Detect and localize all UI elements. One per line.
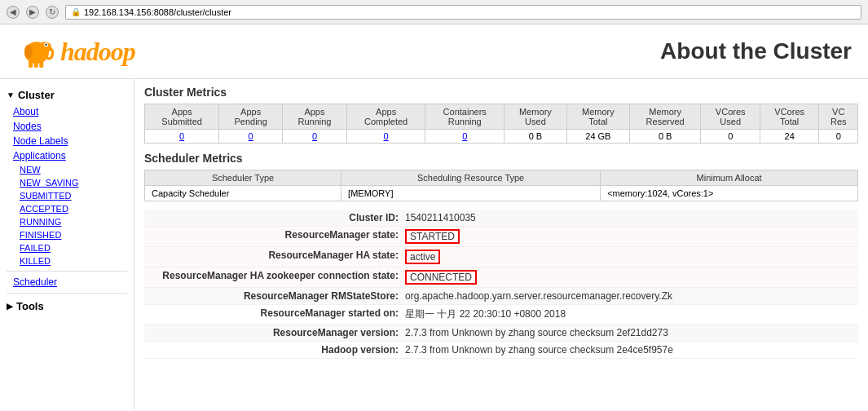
col-memory-total: MemoryTotal	[566, 104, 629, 130]
cluster-section-label: Cluster	[18, 89, 55, 101]
rm-store-label: ResourceManager RMStateStore:	[144, 290, 405, 302]
col-apps-submitted: AppsSubmitted	[145, 104, 219, 130]
cluster-info-section: Cluster ID: 1540211410035 ResourceManage…	[144, 210, 858, 359]
sidebar-item-scheduler[interactable]: Scheduler	[0, 275, 134, 289]
rm-started-value: 星期一 十月 22 20:30:10 +0800 2018	[405, 307, 566, 321]
col-apps-pending: AppsPending	[219, 104, 283, 130]
col-scheduler-type: Scheduler Type	[145, 170, 341, 186]
rm-state-label: ResourceManager state:	[144, 229, 405, 244]
col-containers-running: ContainersRunning	[425, 104, 504, 130]
sidebar-sub-accepted[interactable]: ACCEPTED	[0, 202, 134, 215]
info-row-rm-store: ResourceManager RMStateStore: org.apache…	[144, 288, 858, 305]
tools-section-header[interactable]: ▶ Tools	[0, 297, 134, 316]
page: hadoop About the Cluster ▼ Cluster About…	[0, 24, 868, 411]
refresh-button[interactable]: ↻	[46, 6, 59, 19]
content-area: Cluster Metrics AppsSubmitted AppsPendin…	[134, 79, 868, 411]
sidebar-sub-submitted[interactable]: SUBMITTED	[0, 189, 134, 202]
sidebar-item-about[interactable]: About	[0, 104, 134, 119]
svg-rect-5	[29, 61, 33, 68]
svg-point-3	[45, 43, 47, 45]
metrics-row: 0 0 0 0 0 0 B 24 GB 0 B 0 24 0	[145, 130, 858, 144]
rm-zk-label: ResourceManager HA zookeeper connection …	[144, 270, 405, 285]
cluster-arrow-icon: ▼	[7, 91, 15, 99]
hadoop-version-label: Hadoop version:	[144, 344, 405, 356]
col-memory-reserved: MemoryReserved	[629, 104, 701, 130]
sidebar-sub-failed[interactable]: FAILED	[0, 241, 134, 254]
scheduler-row: Capacity Scheduler [MEMORY] <memory:1024…	[145, 186, 858, 201]
cluster-metrics-title: Cluster Metrics	[144, 86, 858, 99]
svg-point-4	[24, 45, 33, 59]
scheduler-metrics-title: Scheduler Metrics	[144, 152, 858, 165]
sidebar-item-node-labels[interactable]: Node Labels	[0, 134, 134, 148]
val-apps-submitted[interactable]: 0	[145, 130, 219, 144]
rm-store-value: org.apache.hadoop.yarn.server.resourcema…	[405, 290, 672, 302]
rm-ha-state-label: ResourceManager HA state:	[144, 250, 405, 264]
val-vcores-total: 24	[760, 130, 818, 144]
sidebar-sub-running[interactable]: RUNNING	[0, 215, 134, 228]
scheduler-metrics-table: Scheduler Type Scheduling Resource Type …	[144, 170, 858, 201]
sidebar-item-nodes[interactable]: Nodes	[0, 119, 134, 134]
info-row-cluster-id: Cluster ID: 1540211410035	[144, 210, 858, 227]
info-row-rm-zk: ResourceManager HA zookeeper connection …	[144, 267, 858, 288]
val-vcores-used: 0	[701, 130, 760, 144]
browser-bar: ◀ ▶ ↻ 🔒 192.168.134.156:8088/cluster/clu…	[0, 0, 868, 24]
hadoop-logo: hadoop	[16, 31, 135, 72]
rm-started-label: ResourceManager started on:	[144, 307, 405, 321]
svg-rect-6	[34, 61, 38, 68]
val-containers-running[interactable]: 0	[425, 130, 504, 144]
val-scheduling-resource: [MEMORY]	[341, 186, 601, 201]
sidebar-item-applications[interactable]: Applications	[0, 148, 134, 163]
hadoop-version-value: 2.7.3 from Unknown by zhang source check…	[405, 344, 673, 356]
col-apps-completed: AppsCompleted	[346, 104, 425, 130]
val-apps-running[interactable]: 0	[283, 130, 347, 144]
tools-section-label: Tools	[16, 300, 44, 312]
col-minimum-allocat: Minimum Allocat	[601, 170, 858, 186]
col-vcores-total: VCoresTotal	[760, 104, 818, 130]
page-title: About the Cluster	[660, 38, 852, 64]
sidebar-sub-finished[interactable]: FINISHED	[0, 228, 134, 241]
val-memory-used: 0 B	[504, 130, 566, 144]
info-row-rm-ha-state: ResourceManager HA state: active	[144, 247, 858, 267]
rm-ha-state-value: active	[405, 250, 440, 264]
main-content: ▼ Cluster About Nodes Node Labels Applic…	[0, 79, 868, 411]
rm-state-value: STARTED	[405, 229, 460, 244]
cluster-metrics-table: AppsSubmitted AppsPending AppsRunning Ap…	[144, 104, 858, 144]
val-scheduler-type: Capacity Scheduler	[145, 186, 341, 201]
rm-version-value: 2.7.3 from Unknown by zhang source check…	[405, 327, 668, 338]
val-memory-reserved: 0 B	[629, 130, 701, 144]
col-memory-used: MemoryUsed	[504, 104, 566, 130]
info-row-rm-version: ResourceManager version: 2.7.3 from Unkn…	[144, 325, 858, 342]
sidebar-sub-new[interactable]: NEW	[0, 163, 134, 176]
val-apps-completed[interactable]: 0	[346, 130, 425, 144]
header: hadoop About the Cluster	[0, 24, 868, 79]
info-row-rm-started: ResourceManager started on: 星期一 十月 22 20…	[144, 305, 858, 325]
col-apps-running: AppsRunning	[283, 104, 347, 130]
cluster-section-header[interactable]: ▼ Cluster	[0, 86, 134, 104]
rm-zk-value: CONNECTED	[405, 270, 477, 285]
back-button[interactable]: ◀	[7, 6, 20, 19]
cluster-id-value: 1540211410035	[405, 212, 476, 223]
sidebar-divider-2	[7, 293, 127, 294]
rm-version-label: ResourceManager version:	[144, 327, 405, 338]
sidebar-divider	[7, 271, 127, 272]
hadoop-elephant-icon	[16, 31, 57, 72]
info-row-hadoop-version: Hadoop version: 2.7.3 from Unknown by zh…	[144, 342, 858, 359]
sidebar-sub-new-saving[interactable]: NEW_SAVING	[0, 176, 134, 189]
val-apps-pending[interactable]: 0	[219, 130, 283, 144]
forward-button[interactable]: ▶	[26, 6, 39, 19]
val-memory-total: 24 GB	[566, 130, 629, 144]
info-row-rm-state: ResourceManager state: STARTED	[144, 227, 858, 247]
sidebar-sub-killed[interactable]: KILLED	[0, 254, 134, 267]
hadoop-logo-text: hadoop	[60, 37, 135, 67]
svg-rect-7	[39, 61, 43, 68]
val-vc-res: 0	[819, 130, 858, 144]
val-minimum-allocat: <memory:1024, vCores:1>	[601, 186, 858, 201]
col-vcores-used: VCoresUsed	[701, 104, 760, 130]
col-vc-res: VCRes	[819, 104, 858, 130]
tools-arrow-icon: ▶	[7, 302, 13, 311]
url-text: 192.168.134.156:8088/cluster/cluster	[84, 7, 231, 17]
url-bar[interactable]: 🔒 192.168.134.156:8088/cluster/cluster	[65, 5, 861, 20]
col-scheduling-resource-type: Scheduling Resource Type	[341, 170, 601, 186]
sidebar: ▼ Cluster About Nodes Node Labels Applic…	[0, 79, 134, 411]
lock-icon: 🔒	[71, 7, 81, 16]
